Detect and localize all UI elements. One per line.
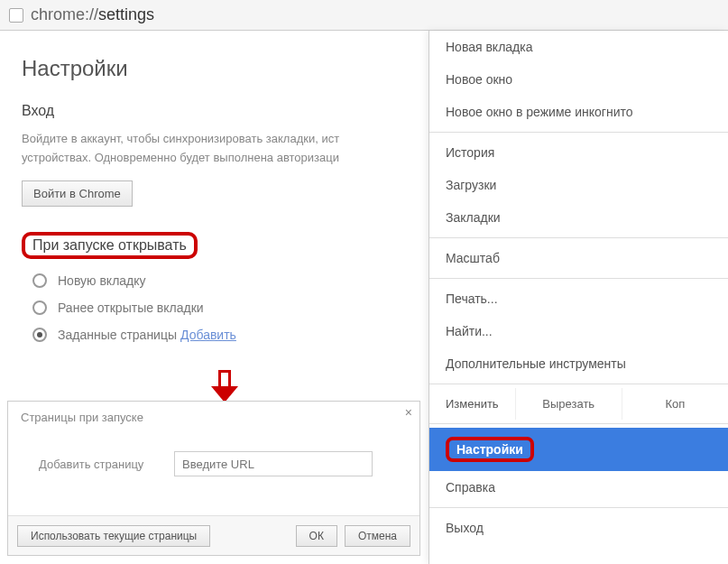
- add-page-label: Добавить страницу: [39, 458, 174, 471]
- login-heading: Вход: [22, 103, 407, 119]
- menu-bookmarks[interactable]: Закладки: [429, 201, 728, 234]
- url-input[interactable]: [174, 451, 373, 476]
- use-current-button[interactable]: Использовать текущие страницы: [17, 525, 210, 547]
- menu-copy[interactable]: Коп: [622, 388, 728, 420]
- menu-separator: [429, 507, 728, 508]
- menu-cut[interactable]: Вырезать: [515, 388, 622, 420]
- startup-option-set-pages[interactable]: Заданные страницы Добавить: [32, 328, 407, 342]
- menu-settings[interactable]: Настройки: [429, 428, 728, 471]
- sign-in-button[interactable]: Войти в Chrome: [22, 180, 133, 207]
- radio-icon: [32, 300, 47, 315]
- menu-exit[interactable]: Выход: [429, 512, 728, 544]
- dialog-footer: Использовать текущие страницы ОК Отмена: [8, 515, 419, 555]
- page-icon: [9, 8, 23, 23]
- settings-page: Настройки Вход Войдите в аккаунт, чтобы …: [0, 31, 429, 371]
- chrome-menu: Новая вкладка Новое окно Новое окно в ре…: [429, 31, 728, 564]
- cancel-button[interactable]: Отмена: [345, 525, 410, 547]
- startup-option-previous[interactable]: Ранее открытые вкладки: [32, 300, 407, 315]
- menu-history[interactable]: История: [429, 136, 728, 169]
- highlight-startup-heading: При запуске открывать: [22, 232, 198, 259]
- add-pages-link[interactable]: Добавить: [180, 328, 236, 342]
- dialog-title: Страницы при запуске: [21, 411, 407, 424]
- menu-new-tab[interactable]: Новая вкладка: [429, 31, 728, 63]
- url-path: settings: [98, 5, 154, 23]
- close-icon[interactable]: ×: [405, 405, 412, 420]
- startup-option-label: Заданные страницы: [58, 328, 177, 342]
- menu-edit-row: Изменить Вырезать Коп: [429, 388, 728, 420]
- menu-new-window[interactable]: Новое окно: [429, 63, 728, 96]
- menu-downloads[interactable]: Загрузки: [429, 169, 728, 201]
- highlight-settings-menu: Настройки: [446, 437, 534, 462]
- radio-icon: [32, 328, 47, 342]
- add-page-row: Добавить страницу: [39, 451, 407, 476]
- url-text: chrome://settings: [31, 5, 154, 24]
- radio-icon: [32, 273, 47, 288]
- page-title: Настройки: [22, 56, 407, 81]
- address-bar[interactable]: chrome://settings: [0, 0, 728, 31]
- startup-option-label: Ранее открытые вкладки: [58, 300, 204, 315]
- ok-button[interactable]: ОК: [296, 525, 337, 547]
- startup-option-new-tab[interactable]: Новую вкладку: [32, 273, 407, 288]
- menu-separator: [429, 237, 728, 238]
- login-helper: Войдите в аккаунт, чтобы синхронизироват…: [22, 130, 407, 168]
- menu-more-tools[interactable]: Дополнительные инструменты: [429, 347, 728, 380]
- menu-help[interactable]: Справка: [429, 471, 728, 504]
- menu-find[interactable]: Найти...: [429, 315, 728, 347]
- menu-separator: [429, 423, 728, 424]
- startup-option-label: Новую вкладку: [58, 273, 146, 288]
- menu-zoom[interactable]: Масштаб: [429, 242, 728, 274]
- menu-incognito[interactable]: Новое окно в режиме инкогнито: [429, 96, 728, 128]
- menu-separator: [429, 132, 728, 133]
- startup-radio-group: Новую вкладку Ранее открытые вкладки Зад…: [22, 273, 407, 342]
- menu-edit-label: Изменить: [429, 388, 515, 420]
- url-scheme: chrome://: [31, 5, 98, 23]
- startup-heading: При запуске открывать: [32, 237, 187, 254]
- startup-pages-dialog: × Страницы при запуске Добавить страницу…: [7, 401, 420, 556]
- menu-separator: [429, 278, 728, 279]
- menu-separator: [429, 384, 728, 384]
- menu-print[interactable]: Печать...: [429, 282, 728, 315]
